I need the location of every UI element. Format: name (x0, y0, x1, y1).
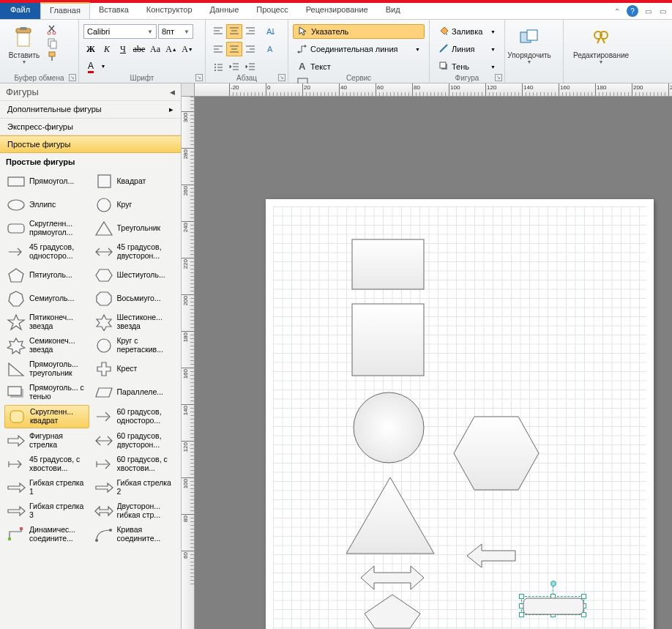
shape-item-arrow60d[interactable]: 60 градусов, двусторон... (92, 430, 177, 452)
shape-item-square[interactable]: Квадрат (92, 171, 177, 193)
figure-launcher-icon[interactable]: ↘ (495, 74, 502, 81)
shape-arrow-double[interactable] (359, 564, 425, 592)
shape-rectangle-wide[interactable] (351, 239, 425, 290)
canvas-viewport[interactable] (195, 97, 672, 629)
shape-item-flex2d[interactable]: Двусторон... гибкая стр... (92, 500, 177, 522)
align-top-left-icon[interactable] (210, 24, 226, 39)
data-tab[interactable]: Данные (201, 3, 248, 19)
text-direction-icon[interactable]: A (263, 24, 279, 39)
shape-item-hexagon[interactable]: Шестиуголь... (92, 264, 177, 286)
chevron-down-icon[interactable]: ▼ (100, 59, 107, 74)
bold-button[interactable]: Ж (83, 42, 98, 56)
connector-button[interactable]: Соединительная линия ▼ (293, 42, 425, 56)
shadow-button[interactable]: Тень▼ (434, 59, 500, 74)
align-center-icon[interactable] (226, 42, 242, 56)
help-icon[interactable]: ? (627, 5, 638, 17)
express-shapes-section[interactable]: Экспресс-фигуры (0, 119, 181, 135)
collapse-icon[interactable]: ◀ (170, 89, 175, 96)
process-tab[interactable]: Процесс (247, 3, 296, 19)
shape-item-ellipse[interactable]: Эллипс (4, 194, 89, 216)
font-size-combo[interactable]: 8пт▼ (158, 24, 193, 39)
shape-item-star5[interactable]: Пятиконеч... звезда (4, 311, 89, 333)
shape-item-flex2[interactable]: Гибкая стрелка 2 (92, 477, 177, 499)
align-right-icon[interactable] (242, 42, 258, 56)
text-button[interactable]: A Текст (293, 59, 425, 74)
shape-rounded-rect-selected[interactable] (523, 598, 584, 615)
align-top-right-icon[interactable] (242, 24, 258, 39)
shape-grid: Прямоугол...КвадратЭллипсКругСкругленн..… (0, 169, 181, 547)
shape-item-dynconn[interactable]: Динамичес... соедините... (4, 524, 89, 546)
shape-triangle[interactable] (345, 476, 436, 555)
paragraph-launcher-icon[interactable]: ↘ (278, 74, 285, 81)
shape-item-parallel[interactable]: Параллеле... (92, 382, 177, 403)
editing-button[interactable]: Редактирование ▼ (568, 21, 634, 70)
shape-item-roundsq[interactable]: Скругленн... квадрат (4, 405, 89, 428)
arrange-button[interactable]: Упорядочить ▼ (509, 21, 549, 70)
fill-button[interactable]: Заливка▼ (434, 24, 500, 39)
font-color-button[interactable]: A (83, 59, 98, 74)
shape-item-roundrect[interactable]: Скругленн... прямоугол... (4, 217, 89, 239)
paste-button[interactable]: Вставить ▼ (4, 21, 44, 70)
simple-shapes-section[interactable]: Простые фигуры (0, 135, 181, 153)
minimize-ribbon-icon[interactable]: ⌃ (612, 6, 622, 16)
clipboard-launcher-icon[interactable]: ↘ (69, 74, 76, 81)
file-tab[interactable]: Файл (0, 3, 40, 19)
align-left-icon[interactable] (210, 42, 226, 56)
font-launcher-icon[interactable]: ↘ (195, 74, 203, 81)
shape-item-arrow60s[interactable]: 60 градусов, односторо... (92, 405, 177, 428)
underline-button[interactable]: Ч (116, 42, 130, 56)
shape-arrow-left[interactable] (466, 541, 517, 570)
shape-item-arrow60t[interactable]: 60 градусов, с хвостови... (92, 453, 177, 475)
shape-item-pentagon[interactable]: Пятиуголь... (4, 264, 89, 286)
shape-item-circle[interactable]: Круг (92, 194, 177, 216)
window-restore-icon[interactable]: ▭ (643, 6, 653, 16)
shape-item-cross[interactable]: Крест (92, 358, 177, 380)
shape-hexagon[interactable] (452, 415, 540, 491)
pointer-button[interactable]: Указатель (293, 24, 425, 39)
align-top-center-icon[interactable] (226, 24, 242, 39)
line-button[interactable]: Линия▼ (434, 42, 500, 56)
shape-item-star6[interactable]: Шестиконе... звезда (92, 311, 177, 333)
copy-icon[interactable] (47, 37, 60, 49)
increase-indent-icon[interactable] (242, 59, 258, 74)
more-shapes-section[interactable]: Дополнительные фигуры▸ (0, 101, 181, 119)
shape-item-circledrag[interactable]: Круг с перетаскив... (92, 335, 177, 357)
strikethrough-button[interactable]: abe (132, 42, 146, 56)
shape-item-rtri[interactable]: Прямоуголь... треугольник (4, 358, 89, 380)
selection-handles[interactable] (521, 596, 584, 615)
shrink-font-icon[interactable]: A▼ (180, 42, 195, 56)
shape-item-triangle[interactable]: Треугольник (92, 217, 177, 239)
shape-square[interactable] (351, 303, 425, 376)
shape-pentagon[interactable] (363, 593, 422, 629)
window-restore2-icon[interactable]: ▭ (657, 6, 668, 16)
review-tab[interactable]: Рецензирование (297, 3, 377, 19)
shape-item-octagon[interactable]: Восьмиуго... (92, 288, 177, 310)
shape-item-rect[interactable]: Прямоугол... (4, 171, 89, 193)
shape-item-heptagon[interactable]: Семиуголь... (4, 288, 89, 310)
shape-item-rectshadow[interactable]: Прямоуголь... с тенью (4, 382, 89, 403)
shape-item-star7[interactable]: Семиконеч... звезда (4, 335, 89, 357)
view-tab[interactable]: Вид (377, 3, 409, 19)
bullets-icon[interactable] (210, 59, 226, 74)
drawing-page[interactable] (266, 199, 654, 629)
shape-item-flex1[interactable]: Гибкая стрелка 1 (4, 477, 89, 499)
format-painter-icon[interactable] (47, 51, 60, 62)
home-tab[interactable]: Главная (40, 2, 90, 19)
shape-item-curveconn[interactable]: Кривая соедините... (92, 524, 177, 546)
shape-circle[interactable] (353, 392, 425, 464)
grow-font-icon[interactable]: A▲ (164, 42, 179, 56)
insert-tab[interactable]: Вставка (90, 3, 138, 19)
shape-item-arrow45d[interactable]: 45 градусов, двусторон... (92, 241, 177, 263)
shape-item-arrow45t[interactable]: 45 градусов, с хвостови... (4, 453, 89, 475)
shape-item-arrow45s[interactable]: 45 градусов, односторо... (4, 241, 89, 263)
cut-icon[interactable] (47, 24, 60, 36)
font-name-combo[interactable]: Calibri▼ (83, 24, 157, 39)
rotation-handle[interactable] (550, 581, 556, 587)
decrease-indent-icon[interactable] (226, 59, 242, 74)
rotate-text-icon[interactable]: A (263, 42, 279, 56)
change-case-button[interactable]: Aa (148, 42, 163, 56)
shape-item-flex3[interactable]: Гибкая стрелка 3 (4, 500, 89, 522)
shape-item-curvarrow[interactable]: Фигурная стрелка (4, 430, 89, 452)
italic-button[interactable]: К (100, 42, 114, 56)
design-tab[interactable]: Конструктор (138, 3, 201, 19)
